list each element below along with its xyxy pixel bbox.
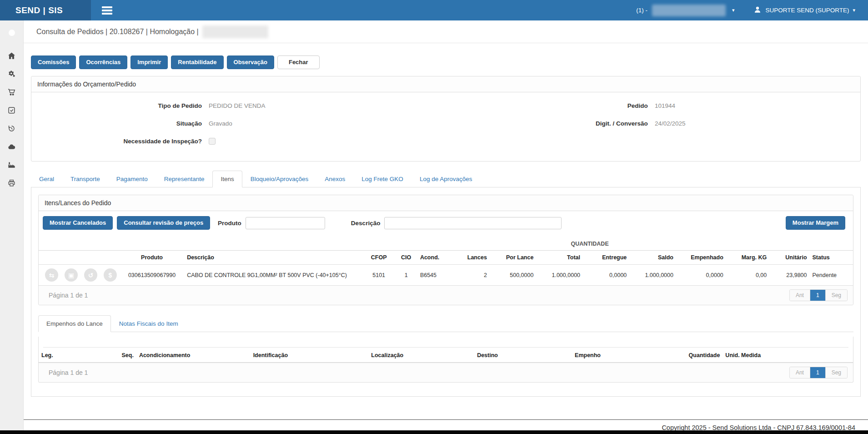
order-tabs: Geral Transporte Pagamento Representante…	[31, 171, 861, 187]
factory-icon[interactable]	[7, 160, 16, 169]
col-unid-medida: Unid. Medida	[722, 348, 779, 363]
comissoes-button[interactable]: Comissões	[31, 56, 76, 69]
cell-saldo: 1.000,0000	[629, 265, 676, 286]
tab-itens[interactable]: Itens	[212, 171, 242, 187]
breadcrumb-text: Consulta de Pedidos | 20.108267 | Homolo…	[36, 28, 199, 36]
produto-filter-input[interactable]	[246, 217, 325, 229]
necessidade-inspecao-label: Necessidade de Inspeção?	[31, 138, 202, 145]
cell-cfop: 5101	[363, 265, 395, 286]
col-descricao: Descrição	[184, 251, 363, 265]
cell-unitario: 23,9800	[769, 265, 809, 286]
tab-bloqueio-aprovacoes[interactable]: Bloqueio/Aprovações	[242, 171, 317, 187]
col-acond: Acond.	[417, 251, 453, 265]
top-bar: SEND | SIS (1) - ▾ SUPORTE SEND (SUPORTE…	[0, 0, 868, 20]
history-icon[interactable]: ↺	[84, 268, 97, 282]
cell-total: 1.000,0000	[536, 265, 583, 286]
item-table-row[interactable]: ⇆ ▣ ↺ $ 030613509067990 CABO DE CONTROLE…	[39, 265, 853, 286]
order-info-panel-title: Informações do Orçamento/Pedido	[31, 76, 860, 92]
box-icon[interactable]: ▣	[65, 268, 78, 282]
tab-geral[interactable]: Geral	[31, 171, 62, 187]
col-localizacao: Localização	[368, 348, 474, 363]
items-page-1-button[interactable]: 1	[810, 290, 826, 301]
items-pagination: Página 1 de 1 Ant 1 Seg	[39, 285, 853, 305]
tab-log-aprovacoes[interactable]: Log de Aprovações	[411, 171, 481, 187]
copyright-text: Copyright 2025 - Send Solutions Ltda - C…	[31, 420, 861, 431]
col-por-lance: Por Lance	[490, 251, 537, 265]
mostrar-cancelados-button[interactable]: Mostrar Cancelados	[43, 216, 113, 230]
descricao-filter-input[interactable]	[384, 217, 562, 229]
user-icon	[753, 5, 762, 15]
col-cfop: CFOP	[363, 251, 395, 265]
order-action-toolbar: Comissões Ocorrências Imprimir Rentabili…	[31, 56, 861, 69]
pedido-label: Pedido	[496, 102, 648, 109]
user-menu[interactable]: SUPORTE SEND (SUPORTE) ▾	[753, 5, 855, 15]
col-acondicionamento: Acondicionamento	[136, 348, 251, 363]
environment-dropdown[interactable]: ▾	[652, 5, 735, 16]
col-leg: Leg.	[39, 348, 104, 363]
col-status: Status	[810, 251, 853, 265]
observacao-button[interactable]: Observação	[227, 56, 274, 69]
empenhos-page-label: Página 1 de 1	[49, 369, 88, 376]
tab-notas-fiscais-do-item[interactable]: Notas Fiscais do Item	[111, 315, 186, 332]
empenhos-page-1-button[interactable]: 1	[810, 367, 826, 378]
tab-anexos[interactable]: Anexos	[316, 171, 353, 187]
fechar-button[interactable]: Fechar	[277, 56, 320, 69]
shopping-cart-icon[interactable]	[7, 87, 16, 96]
imprimir-button[interactable]: Imprimir	[130, 56, 168, 69]
empenhos-toolbar-empty	[43, 337, 848, 348]
home-icon[interactable]	[7, 51, 16, 60]
col-marg-kg: Marg. KG	[726, 251, 769, 265]
cell-marg-kg: 0,00	[726, 265, 769, 286]
hamburger-menu-icon[interactable]	[102, 6, 112, 15]
situacao-label: Situação	[31, 120, 202, 127]
tab-log-frete-gko[interactable]: Log Frete GKO	[353, 171, 411, 187]
col-empenho: Empenho	[572, 348, 670, 363]
cell-entregue: 0,0000	[583, 265, 629, 286]
descricao-filter-label: Descrição	[351, 220, 381, 227]
itens-tab-content: Itens/Lances do Pedido Mostrar Cancelado…	[31, 187, 861, 397]
app-logo	[4, 25, 20, 41]
itens-lances-panel: Itens/Lances do Pedido Mostrar Cancelado…	[38, 195, 853, 305]
items-prev-page-button[interactable]: Ant	[790, 290, 810, 301]
consultar-revisao-precos-button[interactable]: Consultar revisão de preços	[117, 216, 210, 230]
tab-empenhos-do-lance[interactable]: Empenhos do Lance	[38, 315, 111, 332]
mostrar-margem-button[interactable]: Mostrar Margem	[786, 216, 845, 230]
col-cio: CIO	[395, 251, 417, 265]
ocorrencias-button[interactable]: Ocorrências	[79, 56, 127, 69]
empenhos-panel: Leg. Seq. Acondicionamento Identificação…	[38, 337, 853, 383]
tab-representante[interactable]: Representante	[156, 171, 213, 187]
items-filter-row: Mostrar Cancelados Consultar revisão de …	[39, 211, 853, 235]
environment-value-redacted	[652, 5, 726, 16]
tipo-pedido-label: Tipo de Pedido	[31, 102, 202, 109]
history-icon[interactable]	[7, 124, 16, 133]
rentabilidade-button[interactable]: Rentabilidade	[171, 56, 223, 69]
col-produto: Produto	[120, 251, 184, 265]
gears-settings-icon[interactable]	[7, 69, 16, 78]
cell-empenhado: 0,0000	[676, 265, 726, 286]
necessidade-inspecao-checkbox[interactable]	[209, 138, 216, 145]
items-page-label: Página 1 de 1	[49, 292, 88, 299]
check-square-icon[interactable]	[7, 106, 16, 115]
cell-cio: 1	[395, 265, 417, 286]
tab-pagamento[interactable]: Pagamento	[108, 171, 156, 187]
bottom-black-bar	[0, 430, 868, 434]
itens-lances-panel-title: Itens/Lances do Pedido	[39, 195, 853, 211]
cloud-icon[interactable]	[7, 142, 16, 151]
sync-icon[interactable]: ⇆	[45, 268, 58, 282]
chevron-down-icon: ▾	[853, 8, 855, 13]
order-info-panel: Informações do Orçamento/Pedido Tipo de …	[31, 76, 861, 161]
items-next-page-button[interactable]: Seg	[826, 290, 847, 301]
col-destino: Destino	[474, 348, 572, 363]
dollar-icon[interactable]: $	[104, 268, 117, 282]
empenhos-next-page-button[interactable]: Seg	[826, 367, 847, 378]
digit-conversao-value: 24/02/2025	[655, 120, 686, 127]
pedido-value: 101944	[655, 102, 675, 109]
produto-filter-label: Produto	[218, 220, 241, 227]
empenhos-table: Leg. Seq. Acondicionamento Identificação…	[39, 348, 853, 363]
breadcrumb: Consulta de Pedidos | 20.108267 | Homolo…	[24, 20, 868, 43]
printer-icon[interactable]	[7, 178, 16, 187]
quantidade-group-header: QUANTIDADE	[453, 237, 726, 251]
tab-transporte[interactable]: Transporte	[62, 171, 108, 187]
tipo-pedido-value: PEDIDO DE VENDA	[209, 102, 266, 109]
empenhos-prev-page-button[interactable]: Ant	[790, 367, 810, 378]
